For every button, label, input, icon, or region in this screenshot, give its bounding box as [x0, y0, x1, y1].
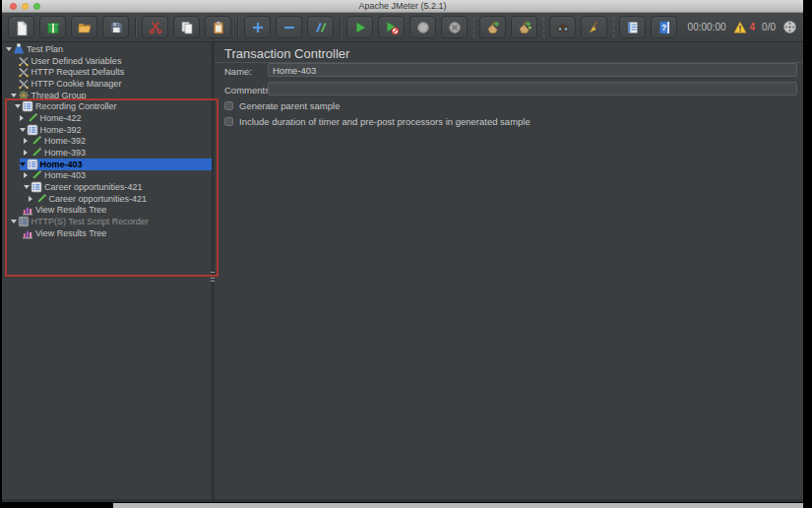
sampler-icon — [35, 193, 47, 205]
test-plan-tree: Test PlanUser Defined VariablesHTTP Requ… — [2, 42, 212, 499]
tree-item-home-403[interactable]: Home-403 — [2, 170, 212, 182]
controller-icon — [27, 159, 38, 170]
tree-item-home-422[interactable]: Home-422 — [2, 112, 212, 124]
toolbar-separator — [473, 18, 474, 37]
shutdown-button[interactable] — [441, 16, 468, 38]
expand-closed-icon[interactable] — [24, 150, 31, 156]
tree-item-home-393[interactable]: Home-393 — [2, 147, 212, 159]
toolbar: ? 00:00:00 4 0/0 — [2, 13, 803, 42]
tree-item-home-392[interactable]: Home-392 — [2, 136, 212, 148]
expand-open-icon[interactable] — [11, 220, 18, 223]
search-button[interactable] — [549, 16, 576, 38]
tree-item-home-392[interactable]: Home-392 — [2, 124, 212, 136]
sampler-icon — [31, 147, 42, 159]
expand-open-icon[interactable] — [20, 162, 27, 166]
add-button[interactable] — [244, 16, 271, 38]
tree-item-label: Career opportunities-421 — [49, 194, 152, 204]
tree-item-http-cookie-manager[interactable]: HTTP Cookie Manager — [2, 78, 212, 90]
toggle-button[interactable] — [307, 16, 334, 38]
thread-count: 0/0 — [762, 22, 776, 32]
toolbar-separator — [613, 18, 614, 37]
tree-item-label: HTTP Request Defaults — [31, 67, 129, 77]
window-bottom-edge — [2, 499, 803, 502]
paste-button[interactable] — [205, 16, 231, 38]
toolbar-separator — [340, 18, 342, 37]
expand-open-icon[interactable] — [15, 104, 22, 108]
add-icon — [250, 20, 266, 35]
templates-button[interactable] — [39, 16, 66, 38]
remove-button[interactable] — [276, 16, 302, 38]
tree-item-label: Home-422 — [40, 113, 86, 123]
name-input[interactable] — [268, 63, 797, 77]
remote-start-icon[interactable] — [782, 20, 797, 34]
tree-item-user-defined-variables[interactable]: User Defined Variables — [2, 55, 212, 67]
expand-open-icon[interactable] — [24, 185, 31, 189]
comments-label: Comments: — [224, 85, 273, 95]
main-panel: Transaction Controller Name: Comments: G… — [215, 42, 803, 499]
comments-input[interactable] — [268, 82, 797, 95]
tree-item-recording-controller[interactable]: Recording Controller — [2, 100, 212, 112]
templates-icon — [45, 20, 61, 35]
controller-icon — [31, 181, 42, 193]
checkbox-icon[interactable] — [224, 101, 233, 110]
expand-open-icon[interactable] — [6, 47, 13, 51]
clear-all-icon — [517, 20, 532, 35]
expand-closed-icon[interactable] — [24, 172, 31, 178]
save-button[interactable] — [102, 16, 129, 38]
tree-item-label: Home-403 — [40, 159, 87, 169]
tree-item-career-opportunities-421[interactable]: Career opportunities-421 — [2, 181, 212, 193]
function-helper-button[interactable] — [619, 16, 646, 38]
tree-item-label: Recording Controller — [35, 101, 121, 111]
tree-item-view-results-tree[interactable]: View Results Tree — [2, 205, 212, 217]
title-bar[interactable]: Apache JMeter (5.2.1) — [2, 0, 803, 13]
tree-item-view-results-tree[interactable]: View Results Tree — [2, 227, 212, 239]
expand-closed-icon[interactable] — [20, 115, 27, 121]
toolbar-separator — [135, 18, 137, 37]
cut-button[interactable] — [142, 16, 168, 38]
controller-icon — [27, 124, 38, 136]
log-error-count: 4 — [750, 22, 756, 32]
results-tree-icon — [22, 204, 33, 216]
expand-open-icon[interactable] — [20, 128, 27, 132]
thread-group-icon — [18, 90, 30, 101]
checkbox-icon[interactable] — [224, 117, 233, 126]
start-no-timers-button[interactable] — [378, 16, 405, 38]
tree-item-label: Test Plan — [27, 44, 67, 54]
tree-item-label: HTTP Cookie Manager — [31, 79, 126, 89]
tree-item-home-403[interactable]: Home-403 — [2, 159, 212, 170]
tree-item-http-request-defaults[interactable]: HTTP Request Defaults — [2, 66, 212, 78]
expand-closed-icon[interactable] — [29, 196, 35, 202]
open-file-button[interactable] — [71, 16, 97, 38]
warning-icon[interactable] — [733, 21, 747, 33]
tree-item-test-plan[interactable]: Test Plan — [2, 43, 212, 55]
checkbox-row-0[interactable]: Generate parent sample — [224, 100, 340, 111]
new-file-button[interactable] — [8, 16, 34, 38]
copy-button[interactable] — [173, 16, 200, 38]
toolbar-status: 00:00:00 4 0/0 — [688, 20, 797, 34]
tree-item-thread-group[interactable]: Thread Group — [2, 90, 212, 101]
toolbar-separator — [543, 18, 544, 37]
expand-closed-icon[interactable] — [24, 138, 31, 144]
tree-item-label: Thread Group — [31, 91, 91, 100]
controller-icon — [18, 216, 30, 227]
tree-item-career-opportunities-421[interactable]: Career opportunities-421 — [2, 193, 212, 205]
sampler-icon — [27, 112, 38, 124]
help-button[interactable]: ? — [651, 16, 677, 38]
checkbox-row-1[interactable]: Include duration of timer and pre-post p… — [224, 116, 531, 127]
stop-button[interactable] — [409, 16, 436, 38]
start-button[interactable] — [346, 16, 373, 38]
search-reset-button[interactable] — [581, 16, 607, 38]
clear-all-button[interactable] — [511, 16, 537, 38]
config-icon — [18, 66, 30, 78]
window-title: Apache JMeter (5.2.1) — [2, 1, 803, 11]
jmeter-window: Apache JMeter (5.2.1) ? 00:00:00 4 0/0 T… — [2, 0, 803, 502]
name-label: Name: — [224, 66, 252, 77]
paste-icon — [211, 20, 226, 35]
toggle-icon — [313, 20, 329, 35]
new-file-icon — [14, 20, 30, 35]
clear-button[interactable] — [479, 16, 506, 38]
tree-item-http-s-test-script-recorder[interactable]: HTTP(S) Test Script Recorder — [2, 216, 212, 227]
results-tree-icon — [22, 227, 33, 239]
start-no-timers-icon — [384, 20, 400, 35]
expand-open-icon[interactable] — [11, 94, 18, 97]
